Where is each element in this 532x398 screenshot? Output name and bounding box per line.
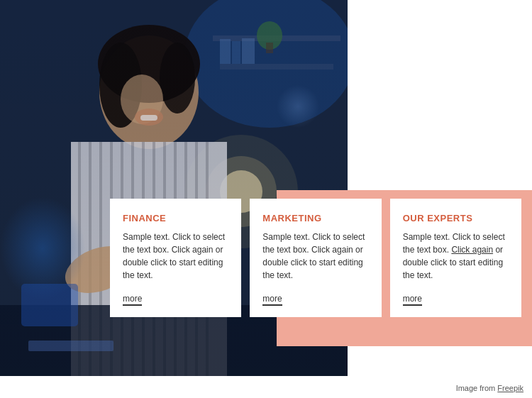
finance-more-link[interactable]: more — [123, 294, 142, 306]
svg-rect-20 — [78, 142, 81, 376]
svg-point-16 — [121, 74, 163, 124]
svg-rect-36 — [28, 341, 113, 351]
freepik-link[interactable]: Freepik — [497, 384, 523, 392]
svg-rect-8 — [266, 43, 273, 53]
experts-more-link[interactable]: more — [403, 294, 422, 306]
svg-rect-35 — [21, 284, 78, 326]
svg-rect-18 — [140, 115, 157, 121]
svg-rect-2 — [213, 35, 340, 41]
svg-rect-22 — [99, 142, 102, 376]
svg-rect-21 — [89, 142, 92, 376]
svg-rect-5 — [232, 41, 240, 64]
attribution-text: Image from — [456, 384, 498, 392]
svg-point-12 — [99, 35, 199, 149]
cards-container: FINANCE Sample text. Click to select the… — [110, 199, 532, 317]
experts-card-text: Sample text. Click to select the text bo… — [403, 231, 509, 282]
marketing-card: MARKETING Sample text. Click to select t… — [250, 199, 381, 317]
finance-text-content: Sample text. Click to select the text bo… — [123, 232, 225, 280]
svg-rect-6 — [242, 38, 255, 64]
svg-point-17 — [135, 109, 163, 126]
marketing-more-link[interactable]: more — [262, 294, 282, 306]
finance-card-title: FINANCE — [123, 213, 228, 223]
finance-card: FINANCE Sample text. Click to select the… — [110, 199, 241, 317]
svg-point-15 — [160, 43, 195, 114]
experts-click-again-link[interactable]: Click again — [451, 245, 493, 255]
svg-rect-3 — [220, 64, 333, 70]
finance-card-text: Sample text. Click to select the text bo… — [123, 231, 228, 282]
experts-card-title: OUR EXPERTS — [403, 213, 509, 223]
svg-point-7 — [257, 21, 282, 50]
svg-point-14 — [99, 43, 142, 128]
svg-rect-4 — [220, 39, 231, 64]
experts-card: OUR EXPERTS Sample text. Click to select… — [390, 199, 521, 317]
page-container: FINANCE Sample text. Click to select the… — [0, 0, 532, 398]
attribution: Image from Freepik — [456, 384, 523, 392]
svg-point-1 — [184, 0, 348, 128]
marketing-card-title: MARKETING — [262, 213, 368, 223]
marketing-card-text: Sample text. Click to select the text bo… — [262, 231, 368, 282]
marketing-text-content: Sample text. Click to select the text bo… — [262, 232, 365, 280]
svg-point-13 — [98, 25, 200, 103]
